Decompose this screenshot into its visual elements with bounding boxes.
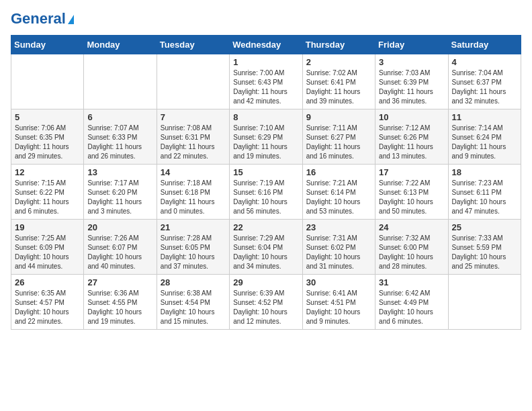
day-of-week-header: Friday: [375, 36, 448, 54]
day-number: 22: [233, 222, 298, 232]
day-info: Sunrise: 6:35 AM Sunset: 4:57 PM Dayligh…: [15, 289, 80, 326]
calendar-day-cell: 22Sunrise: 7:29 AM Sunset: 6:04 PM Dayli…: [230, 220, 302, 275]
day-info: Sunrise: 7:03 AM Sunset: 6:39 PM Dayligh…: [379, 68, 444, 106]
day-number: 29: [233, 277, 298, 287]
calendar-day-cell: 30Sunrise: 6:41 AM Sunset: 4:51 PM Dayli…: [302, 275, 375, 330]
day-info: Sunrise: 7:12 AM Sunset: 6:26 PM Dayligh…: [379, 124, 444, 161]
day-info: Sunrise: 7:29 AM Sunset: 6:04 PM Dayligh…: [233, 234, 298, 271]
day-number: 30: [306, 277, 371, 287]
day-info: Sunrise: 6:36 AM Sunset: 4:55 PM Dayligh…: [87, 289, 152, 326]
calendar-day-cell: 4Sunrise: 7:04 AM Sunset: 6:37 PM Daylig…: [448, 54, 521, 109]
calendar-day-cell: 15Sunrise: 7:19 AM Sunset: 6:16 PM Dayli…: [230, 165, 302, 220]
day-info: Sunrise: 7:18 AM Sunset: 6:18 PM Dayligh…: [161, 179, 226, 216]
calendar-day-cell: 17Sunrise: 7:22 AM Sunset: 6:13 PM Dayli…: [375, 165, 448, 220]
day-number: 31: [379, 277, 444, 287]
day-info: Sunrise: 7:02 AM Sunset: 6:41 PM Dayligh…: [306, 68, 371, 106]
calendar-day-cell: 21Sunrise: 7:28 AM Sunset: 6:05 PM Dayli…: [157, 220, 229, 275]
calendar-week-row: 1Sunrise: 7:00 AM Sunset: 6:43 PM Daylig…: [11, 54, 521, 109]
calendar-day-cell: 6Sunrise: 7:07 AM Sunset: 6:33 PM Daylig…: [84, 109, 157, 165]
calendar-week-row: 26Sunrise: 6:35 AM Sunset: 4:57 PM Dayli…: [11, 275, 521, 330]
day-info: Sunrise: 6:41 AM Sunset: 4:51 PM Dayligh…: [306, 289, 371, 326]
day-number: 18: [452, 167, 517, 177]
day-number: 7: [161, 112, 226, 122]
day-number: 14: [161, 167, 226, 177]
logo: General: [11, 11, 74, 27]
calendar-day-cell: 31Sunrise: 6:42 AM Sunset: 4:49 PM Dayli…: [375, 275, 448, 330]
day-info: Sunrise: 6:39 AM Sunset: 4:52 PM Dayligh…: [233, 289, 298, 326]
calendar-body: 1Sunrise: 7:00 AM Sunset: 6:43 PM Daylig…: [11, 54, 521, 330]
day-info: Sunrise: 7:23 AM Sunset: 6:11 PM Dayligh…: [452, 179, 517, 216]
day-info: Sunrise: 7:15 AM Sunset: 6:22 PM Dayligh…: [15, 179, 80, 216]
day-number: 17: [379, 167, 444, 177]
day-info: Sunrise: 7:21 AM Sunset: 6:14 PM Dayligh…: [306, 179, 371, 216]
calendar-day-cell: 11Sunrise: 7:14 AM Sunset: 6:24 PM Dayli…: [448, 109, 521, 165]
calendar-header-row: SundayMondayTuesdayWednesdayThursdayFrid…: [11, 36, 521, 54]
calendar-day-cell: 23Sunrise: 7:31 AM Sunset: 6:02 PM Dayli…: [302, 220, 375, 275]
day-number: 27: [87, 277, 152, 287]
calendar-day-cell: 13Sunrise: 7:17 AM Sunset: 6:20 PM Dayli…: [84, 165, 157, 220]
day-info: Sunrise: 6:38 AM Sunset: 4:54 PM Dayligh…: [161, 289, 226, 326]
calendar-day-cell: 7Sunrise: 7:08 AM Sunset: 6:31 PM Daylig…: [157, 109, 229, 165]
day-info: Sunrise: 7:22 AM Sunset: 6:13 PM Dayligh…: [379, 179, 444, 216]
calendar-table: SundayMondayTuesdayWednesdayThursdayFrid…: [11, 35, 521, 330]
day-info: Sunrise: 7:10 AM Sunset: 6:29 PM Dayligh…: [233, 124, 298, 161]
day-of-week-header: Wednesday: [230, 36, 302, 54]
day-number: 16: [306, 167, 371, 177]
logo-triangle-icon: [68, 15, 74, 24]
day-number: 11: [452, 112, 517, 122]
day-of-week-header: Monday: [84, 36, 157, 54]
day-info: Sunrise: 7:11 AM Sunset: 6:27 PM Dayligh…: [306, 124, 371, 161]
day-info: Sunrise: 7:31 AM Sunset: 6:02 PM Dayligh…: [306, 234, 371, 271]
calendar-day-cell: 27Sunrise: 6:36 AM Sunset: 4:55 PM Dayli…: [84, 275, 157, 330]
day-of-week-header: Thursday: [302, 36, 375, 54]
day-number: 12: [15, 167, 80, 177]
day-number: 8: [233, 112, 298, 122]
calendar-day-cell: 20Sunrise: 7:26 AM Sunset: 6:07 PM Dayli…: [84, 220, 157, 275]
day-info: Sunrise: 7:32 AM Sunset: 6:00 PM Dayligh…: [379, 234, 444, 271]
calendar-day-cell: 10Sunrise: 7:12 AM Sunset: 6:26 PM Dayli…: [375, 109, 448, 165]
day-info: Sunrise: 7:17 AM Sunset: 6:20 PM Dayligh…: [87, 179, 152, 216]
calendar-day-cell: 29Sunrise: 6:39 AM Sunset: 4:52 PM Dayli…: [230, 275, 302, 330]
day-number: 23: [306, 222, 371, 232]
page-header: General: [11, 11, 521, 27]
day-info: Sunrise: 7:26 AM Sunset: 6:07 PM Dayligh…: [87, 234, 152, 271]
calendar-day-cell: 28Sunrise: 6:38 AM Sunset: 4:54 PM Dayli…: [157, 275, 229, 330]
day-info: Sunrise: 7:07 AM Sunset: 6:33 PM Dayligh…: [87, 124, 152, 161]
day-number: 25: [452, 222, 517, 232]
day-info: Sunrise: 7:25 AM Sunset: 6:09 PM Dayligh…: [15, 234, 80, 271]
logo-general: General: [11, 10, 66, 27]
calendar-day-cell: 2Sunrise: 7:02 AM Sunset: 6:41 PM Daylig…: [302, 54, 375, 109]
calendar-day-cell: 14Sunrise: 7:18 AM Sunset: 6:18 PM Dayli…: [157, 165, 229, 220]
calendar-day-cell: 19Sunrise: 7:25 AM Sunset: 6:09 PM Dayli…: [11, 220, 84, 275]
day-number: 4: [452, 57, 517, 67]
calendar-week-row: 12Sunrise: 7:15 AM Sunset: 6:22 PM Dayli…: [11, 165, 521, 220]
calendar-day-cell: 9Sunrise: 7:11 AM Sunset: 6:27 PM Daylig…: [302, 109, 375, 165]
calendar-week-row: 19Sunrise: 7:25 AM Sunset: 6:09 PM Dayli…: [11, 220, 521, 275]
calendar-day-cell: [84, 54, 157, 109]
day-info: Sunrise: 7:28 AM Sunset: 6:05 PM Dayligh…: [161, 234, 226, 271]
calendar-day-cell: 25Sunrise: 7:33 AM Sunset: 5:59 PM Dayli…: [448, 220, 521, 275]
calendar-day-cell: 3Sunrise: 7:03 AM Sunset: 6:39 PM Daylig…: [375, 54, 448, 109]
calendar-day-cell: [157, 54, 229, 109]
calendar-day-cell: 8Sunrise: 7:10 AM Sunset: 6:29 PM Daylig…: [230, 109, 302, 165]
day-info: Sunrise: 7:14 AM Sunset: 6:24 PM Dayligh…: [452, 124, 517, 161]
day-of-week-header: Sunday: [11, 36, 84, 54]
calendar-day-cell: 18Sunrise: 7:23 AM Sunset: 6:11 PM Dayli…: [448, 165, 521, 220]
calendar-day-cell: 26Sunrise: 6:35 AM Sunset: 4:57 PM Dayli…: [11, 275, 84, 330]
day-number: 2: [306, 57, 371, 67]
day-info: Sunrise: 7:06 AM Sunset: 6:35 PM Dayligh…: [15, 124, 80, 161]
calendar-day-cell: 16Sunrise: 7:21 AM Sunset: 6:14 PM Dayli…: [302, 165, 375, 220]
day-number: 28: [161, 277, 226, 287]
day-number: 6: [87, 112, 152, 122]
day-number: 26: [15, 277, 80, 287]
day-number: 20: [87, 222, 152, 232]
day-number: 21: [161, 222, 226, 232]
calendar-day-cell: [448, 275, 521, 330]
day-number: 1: [233, 57, 298, 67]
calendar-day-cell: 5Sunrise: 7:06 AM Sunset: 6:35 PM Daylig…: [11, 109, 84, 165]
day-number: 5: [15, 112, 80, 122]
calendar-day-cell: 12Sunrise: 7:15 AM Sunset: 6:22 PM Dayli…: [11, 165, 84, 220]
day-number: 13: [87, 167, 152, 177]
calendar-day-cell: 1Sunrise: 7:00 AM Sunset: 6:43 PM Daylig…: [230, 54, 302, 109]
day-number: 24: [379, 222, 444, 232]
